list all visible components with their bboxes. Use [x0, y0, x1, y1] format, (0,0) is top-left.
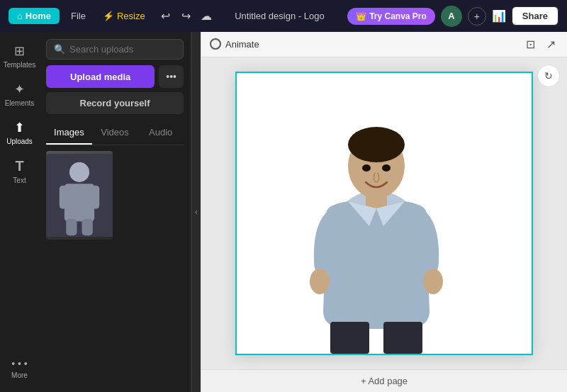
undo-redo-group: ↩ ↪	[157, 8, 195, 24]
upload-media-row: Upload media •••	[46, 65, 184, 88]
sidebar-item-label: Text	[13, 177, 26, 184]
list-item[interactable]	[46, 151, 113, 240]
tab-audio[interactable]: Audio	[137, 121, 184, 145]
svg-rect-3	[60, 186, 69, 209]
main-layout: ⊞ Templates ✦ Elements ⬆ Uploads T Text …	[0, 32, 567, 392]
add-team-button[interactable]: +	[468, 7, 486, 26]
record-yourself-button[interactable]: Record yourself	[46, 92, 184, 114]
panel-collapse-handle[interactable]: ‹	[191, 32, 201, 392]
canvas-person[interactable]	[298, 113, 454, 354]
sidebar-item-more[interactable]: • • • More	[3, 352, 37, 385]
canvas-toolbar-right: ⊡ ↗	[523, 35, 558, 54]
topbar-right: 👑 Try Canva Pro A + 📊 Share	[347, 6, 558, 27]
design-title: Untitled design - Logo	[235, 11, 324, 21]
svg-point-1	[69, 162, 89, 182]
sidebar-item-text[interactable]: T Text	[3, 152, 37, 190]
home-icon: ⌂	[17, 11, 23, 21]
svg-rect-5	[66, 219, 77, 236]
share-button[interactable]: Share	[512, 6, 558, 26]
sidebar-item-uploads[interactable]: ⬆ Uploads	[3, 114, 37, 151]
svg-rect-14	[383, 322, 422, 354]
sidebar-item-label: Templates	[4, 61, 36, 69]
add-page-bar: + Add page	[201, 369, 567, 392]
tabs: Images Videos Audio	[46, 121, 184, 145]
redo-button[interactable]: ↪	[177, 8, 195, 24]
svg-rect-6	[82, 219, 93, 236]
icon-sidebar: ⊞ Templates ✦ Elements ⬆ Uploads T Text …	[0, 32, 39, 392]
svg-point-12	[423, 269, 443, 294]
canvas-toolbar: Animate ⊡ ↗	[201, 32, 567, 57]
more-icon: • • •	[11, 358, 27, 369]
topbar-center: Untitled design - Logo	[218, 11, 342, 21]
svg-rect-4	[89, 186, 99, 209]
sidebar-item-templates[interactable]: ⊞ Templates	[3, 38, 37, 74]
chevron-left-icon: ‹	[195, 207, 198, 217]
tab-images[interactable]: Images	[46, 121, 92, 145]
refresh-button[interactable]: ↻	[537, 65, 560, 87]
elements-icon: ✦	[14, 82, 25, 97]
upload-media-button[interactable]: Upload media	[46, 65, 155, 88]
home-button[interactable]: ⌂ Home	[9, 8, 60, 24]
topbar: ⌂ Home File ⚡ Resize ↩ ↪ ☁ Untitled desi…	[0, 0, 567, 32]
undo-button[interactable]: ↩	[157, 8, 174, 24]
cloud-save-button[interactable]: ☁	[201, 9, 212, 23]
canvas-area: Animate ⊡ ↗ ↻	[201, 32, 567, 392]
search-box: 🔍	[46, 39, 184, 60]
topbar-left: ⌂ Home File ⚡ Resize ↩ ↪ ☁	[9, 8, 212, 24]
images-grid	[39, 145, 191, 392]
lightning-icon: ⚡	[103, 11, 114, 21]
sidebar-item-label: Elements	[5, 99, 35, 107]
design-canvas	[235, 72, 533, 355]
svg-rect-13	[330, 322, 369, 354]
animate-button[interactable]: Animate	[210, 38, 259, 50]
upload-panel: 🔍 Upload media ••• Record yourself Image…	[39, 32, 191, 392]
thumbnail	[46, 151, 113, 240]
analytics-button[interactable]: 📊	[492, 9, 506, 23]
file-button[interactable]: File	[65, 8, 91, 24]
svg-point-9	[348, 127, 405, 162]
grid-view-button[interactable]: ⊡	[523, 35, 538, 54]
search-input[interactable]	[69, 44, 176, 55]
try-pro-button[interactable]: 👑 Try Canva Pro	[347, 8, 435, 25]
animate-icon	[210, 38, 221, 50]
uploads-icon: ⬆	[14, 120, 25, 135]
svg-point-15	[362, 164, 371, 172]
svg-point-16	[382, 164, 391, 172]
svg-point-11	[310, 269, 330, 294]
sidebar-item-elements[interactable]: ✦ Elements	[3, 76, 37, 113]
crown-icon: 👑	[356, 11, 366, 21]
sidebar-item-label: Uploads	[6, 138, 33, 145]
avatar[interactable]: A	[441, 6, 462, 27]
search-icon: 🔍	[54, 44, 65, 55]
templates-icon: ⊞	[14, 43, 25, 59]
text-icon: T	[15, 158, 23, 174]
tab-videos[interactable]: Videos	[92, 121, 138, 145]
upload-panel-content: 🔍 Upload media ••• Record yourself Image…	[39, 32, 191, 145]
sidebar-item-label: More	[11, 371, 28, 379]
canvas-container: ↻	[201, 57, 567, 369]
present-button[interactable]: ↗	[544, 35, 558, 54]
add-page-button[interactable]: + Add page	[361, 376, 408, 386]
resize-button[interactable]: ⚡ Resize	[97, 8, 151, 24]
upload-more-button[interactable]: •••	[159, 65, 184, 88]
